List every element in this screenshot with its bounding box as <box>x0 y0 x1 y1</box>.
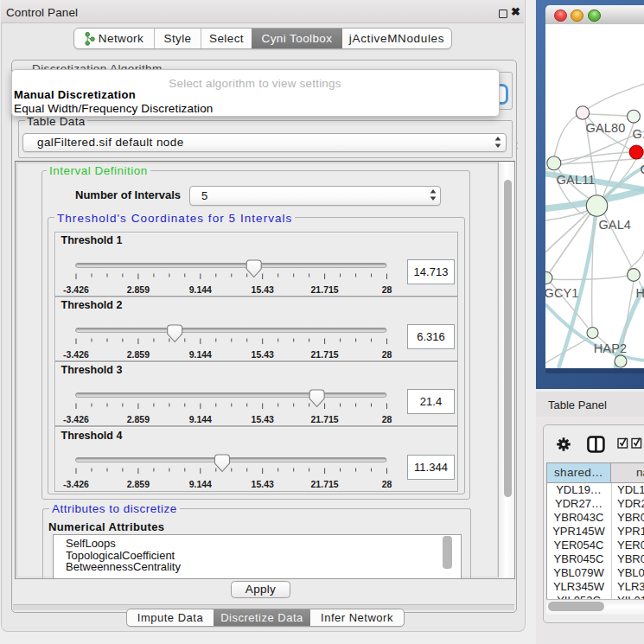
svg-text:15.43: 15.43 <box>252 349 274 360</box>
svg-text:-3.426: -3.426 <box>63 284 89 295</box>
svg-text:9.144: 9.144 <box>189 414 212 424</box>
svg-text:15.43: 15.43 <box>252 414 274 424</box>
svg-text:C: C <box>640 163 644 176</box>
svg-text:G.: G. <box>633 127 644 141</box>
svg-text:15.43: 15.43 <box>252 284 274 295</box>
svg-text:H: H <box>635 286 644 300</box>
svg-text:21.715: 21.715 <box>311 414 339 424</box>
svg-text:-3.426: -3.426 <box>63 479 89 489</box>
svg-text:28: 28 <box>382 284 392 295</box>
svg-text:9.144: 9.144 <box>189 349 212 360</box>
svg-text:21.715: 21.715 <box>311 349 339 360</box>
svg-text:21.715: 21.715 <box>311 479 339 489</box>
svg-text:GAL11: GAL11 <box>557 173 596 187</box>
svg-text:HAP2: HAP2 <box>594 341 627 355</box>
svg-text:2.859: 2.859 <box>127 479 150 489</box>
svg-text:9.144: 9.144 <box>189 284 212 295</box>
svg-text:9.144: 9.144 <box>189 479 212 489</box>
svg-text:28: 28 <box>382 414 392 424</box>
svg-text:-3.426: -3.426 <box>63 414 89 424</box>
svg-text:GAL4: GAL4 <box>598 218 631 232</box>
svg-text:GCY1: GCY1 <box>545 286 579 300</box>
svg-text:2.859: 2.859 <box>127 349 150 360</box>
svg-text:-3.426: -3.426 <box>63 349 89 360</box>
svg-text:2.859: 2.859 <box>127 414 150 424</box>
svg-text:28: 28 <box>382 349 392 360</box>
svg-text:21.715: 21.715 <box>311 284 339 295</box>
svg-text:GAL80: GAL80 <box>586 121 626 135</box>
svg-text:28: 28 <box>382 479 392 489</box>
svg-text:2.859: 2.859 <box>127 284 150 295</box>
svg-text:15.43: 15.43 <box>252 479 274 489</box>
